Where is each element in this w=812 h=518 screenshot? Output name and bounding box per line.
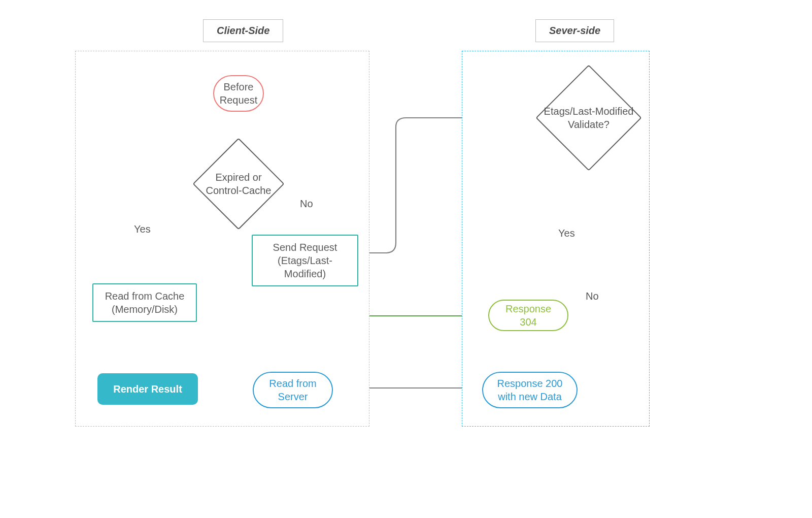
read-server-line2: Server [278, 390, 308, 403]
expired-decision: Expired or Control-Cache [206, 151, 271, 216]
read-server-node: Read from Server [253, 372, 333, 408]
expired-line2: Control-Cache [206, 185, 272, 196]
render-result-node: Render Result [97, 373, 198, 405]
render-result-line1: Render Result [113, 382, 182, 396]
response-304-line1: Response 304 [500, 302, 556, 329]
read-cache-line1: Read from Cache [105, 289, 185, 303]
diagram-canvas: Client-Side Sever-side Before Request Ex… [51, 0, 761, 467]
before-request-node: Before Request [213, 75, 264, 112]
edge-yes2: Yes [556, 228, 577, 239]
before-request-line1: Before [224, 80, 254, 93]
before-request-line2: Request [220, 93, 258, 107]
read-cache-line2: (Memory/Disk) [112, 303, 178, 316]
validate-line2: Validate? [568, 119, 610, 130]
validate-decision: Etags/Last-Modified Validate? [551, 80, 626, 155]
edge-no1: No [298, 198, 315, 210]
client-panel-title-text: Client-Side [217, 25, 269, 36]
edge-no2: No [584, 290, 601, 302]
validate-line1: Etags/Last-Modified [544, 106, 634, 117]
send-request-line1: Send Request [273, 241, 337, 254]
response-304-node: Response 304 [488, 300, 568, 331]
edge-yes1: Yes [132, 223, 153, 235]
expired-line1: Expired or [215, 172, 261, 183]
read-server-line1: Read from [269, 377, 316, 390]
response-200-node: Response 200 with new Data [482, 372, 578, 408]
server-panel-title: Sever-side [535, 19, 614, 42]
send-request-line2: (Etags/Last-Modified) [262, 254, 348, 280]
read-cache-node: Read from Cache (Memory/Disk) [92, 283, 197, 322]
response-200-line2: with new Data [498, 390, 562, 403]
send-request-node: Send Request (Etags/Last-Modified) [252, 235, 358, 286]
server-panel-title-text: Sever-side [549, 25, 600, 36]
client-panel-title: Client-Side [203, 19, 283, 42]
response-200-line1: Response 200 [497, 377, 563, 390]
